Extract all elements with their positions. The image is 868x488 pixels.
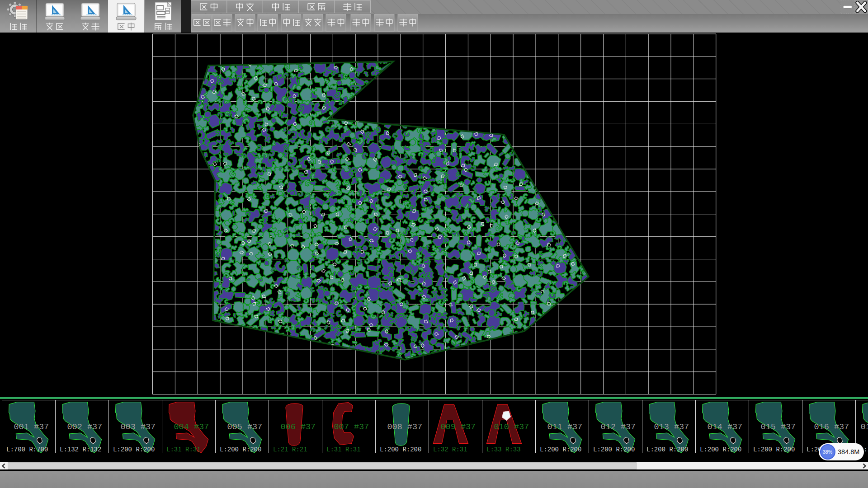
svg-text:005_#37: 005_#37 [227, 422, 263, 432]
svg-text:L:32 R:31: L:32 R:31 [433, 446, 467, 453]
svg-text:003_#37: 003_#37 [121, 422, 156, 432]
svg-text:L:21 R:21: L:21 R:21 [273, 446, 307, 453]
svg-text:L:200 R:200: L:200 R:200 [646, 446, 688, 453]
svg-text:017: 017 [861, 422, 868, 432]
svg-text:L:200 R:200: L:200 R:200 [540, 446, 581, 453]
svg-text:L:200 R:200: L:200 R:200 [753, 446, 795, 453]
svg-text:004_#37: 004_#37 [174, 422, 209, 432]
svg-text:010_#37: 010_#37 [494, 422, 529, 432]
svg-text:013_#37: 013_#37 [654, 422, 689, 432]
svg-text:015_#37: 015_#37 [761, 422, 796, 432]
svg-text:014_#37: 014_#37 [708, 422, 743, 432]
svg-text:007_#37: 007_#37 [334, 422, 369, 432]
svg-text:009_#37: 009_#37 [441, 422, 476, 432]
svg-text:L:31 R:31: L:31 R:31 [326, 446, 361, 453]
svg-text:002_#37: 002_#37 [67, 422, 103, 432]
svg-text:001_#37: 001_#37 [14, 422, 49, 432]
svg-text:006_#37: 006_#37 [281, 422, 316, 432]
svg-text:L:200 R:200: L:200 R:200 [593, 446, 635, 453]
svg-text:L:200 R:200: L:200 R:200 [700, 446, 741, 453]
svg-text:008_#37: 008_#37 [387, 422, 423, 432]
svg-text:L:700 R:700: L:700 R:700 [6, 446, 48, 453]
svg-text:011_#37: 011_#37 [547, 422, 583, 432]
svg-text:016_#37: 016_#37 [814, 422, 849, 432]
svg-text:L:31 R:31: L:31 R:31 [166, 446, 201, 453]
svg-text:L:200 R:200: L:200 R:200 [113, 446, 155, 453]
svg-text:L:200 R:200: L:200 R:200 [380, 446, 421, 453]
svg-text:L:132 R:132: L:132 R:132 [60, 446, 101, 453]
svg-text:L:33 R:33: L:33 R:33 [486, 446, 521, 453]
svg-text:L:200 R:200: L:200 R:200 [220, 446, 261, 453]
svg-text:012_#37: 012_#37 [601, 422, 636, 432]
